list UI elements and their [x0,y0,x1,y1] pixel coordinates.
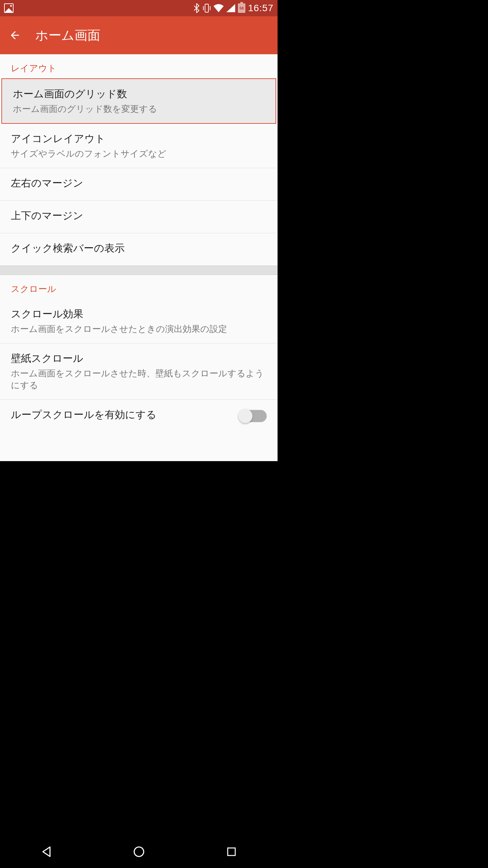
section-header-layout: レイアウト [0,54,278,78]
settings-content[interactable]: レイアウト ホーム画面のグリッド数 ホーム画面のグリッド数を変更する アイコンレ… [0,54,278,461]
setting-title: 壁紙スクロール [11,352,267,366]
setting-title: スクロール効果 [11,307,267,321]
setting-scroll-effect[interactable]: スクロール効果 ホーム画面をスクロールさせたときの演出効果の設定 [0,299,278,343]
setting-title: ループスクロールを有効にする [11,408,157,422]
setting-title: アイコンレイアウト [11,132,267,146]
section-divider [0,265,278,275]
setting-subtitle: ホーム画面をスクロールさせた時、壁紙もスクロールするようにする [11,368,267,391]
setting-loop-scroll[interactable]: ループスクロールを有効にする [0,400,278,432]
page-title: ホーム画面 [35,27,100,44]
setting-subtitle: ホーム画面をスクロールさせたときの演出効果の設定 [11,323,267,335]
image-notification-icon [4,3,14,13]
setting-wallpaper-scroll[interactable]: 壁紙スクロール ホーム画面をスクロールさせた時、壁紙もスクロールするようにする [0,343,278,400]
section-header-scroll: スクロール [0,275,278,299]
setting-tb-margin[interactable]: 上下のマージン [0,201,278,233]
setting-subtitle: サイズやラベルのフォントサイズなど [11,148,267,160]
setting-title: ホーム画面のグリッド数 [13,87,265,101]
setting-grid-count[interactable]: ホーム画面のグリッド数 ホーム画面のグリッド数を変更する [1,78,276,124]
bluetooth-icon [193,3,200,13]
setting-subtitle: ホーム画面のグリッド数を変更する [13,103,265,115]
status-time: 16:57 [248,3,273,14]
setting-icon-layout[interactable]: アイコンレイアウト サイズやラベルのフォントサイズなど [0,124,278,168]
vibrate-icon [203,3,211,13]
setting-title: 上下のマージン [11,209,267,223]
status-bar: 58 16:57 [0,0,278,16]
arrow-back-icon [9,29,21,41]
loop-scroll-toggle[interactable] [240,410,267,422]
toggle-thumb [238,409,252,423]
cellular-signal-icon [226,4,235,12]
app-bar: ホーム画面 [0,16,278,54]
setting-lr-margin[interactable]: 左右のマージン [0,168,278,201]
svg-rect-0 [205,4,208,12]
setting-title: 左右のマージン [11,176,267,190]
back-button[interactable] [7,27,23,43]
setting-quick-search[interactable]: クイック検索バーの表示 [0,233,278,265]
wifi-icon [214,4,224,12]
setting-title: クイック検索バーの表示 [11,241,267,255]
battery-icon: 58 [238,3,245,13]
